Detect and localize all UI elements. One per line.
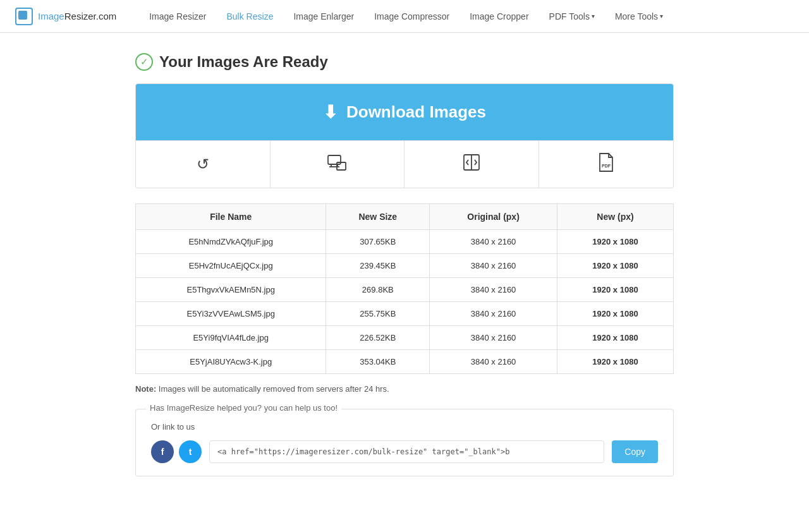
- twitter-button[interactable]: t: [179, 440, 202, 463]
- cell-new-size: 307.65KB: [326, 230, 430, 254]
- note-label: Note:: [135, 384, 156, 394]
- cell-filename: E5ThgvxVkAEMn5N.jpg: [136, 278, 326, 302]
- download-label: Download Images: [346, 102, 486, 122]
- nav-more-tools[interactable]: More Tools ▾: [607, 8, 671, 25]
- cell-original-px: 3840 x 2160: [430, 350, 557, 374]
- nav-pdf-tools[interactable]: PDF Tools ▾: [542, 8, 602, 25]
- cell-filename: E5Yi9fqVIA4fLde.jpg: [136, 326, 326, 350]
- action-tools-bar: ↺: [136, 140, 673, 188]
- pdf-icon: PDF: [597, 152, 615, 176]
- chevron-down-icon: ▾: [660, 13, 663, 20]
- download-icon: ⬇: [323, 102, 338, 123]
- cell-new-px: 1920 x 1080: [557, 326, 673, 350]
- cell-original-px: 3840 x 2160: [430, 230, 557, 254]
- link-input[interactable]: [209, 440, 604, 463]
- link-row: f t Copy: [151, 440, 658, 463]
- main-content: ✓ Your Images Are Ready ⬇ Download Image…: [120, 33, 689, 497]
- cell-new-size: 226.52KB: [326, 326, 430, 350]
- nav-links: Image Resizer Bulk Resize Image Enlarger…: [142, 8, 671, 25]
- cell-new-size: 255.75KB: [326, 302, 430, 326]
- cell-new-px: 1920 x 1080: [557, 254, 673, 278]
- cell-new-px: 1920 x 1080: [557, 230, 673, 254]
- col-filename: File Name: [136, 204, 326, 230]
- ready-heading: ✓ Your Images Are Ready: [135, 53, 674, 71]
- social-icons: f t: [151, 440, 202, 463]
- col-new-size: New Size: [326, 204, 430, 230]
- file-table: File Name New Size Original (px) New (px…: [135, 203, 674, 374]
- table-row: E5Yi9fqVIA4fLde.jpg 226.52KB 3840 x 2160…: [136, 326, 674, 350]
- bulk-resize-icon: [327, 154, 347, 175]
- feedback-box: Has ImageResize helped you? you can help…: [135, 409, 674, 476]
- cell-new-size: 353.04KB: [326, 350, 430, 374]
- feedback-legend: Has ImageResize helped you? you can help…: [146, 403, 341, 413]
- svg-rect-4: [337, 162, 346, 170]
- cell-filename: E5Hv2fnUcAEjQCx.jpg: [136, 254, 326, 278]
- chevron-down-icon: ▾: [592, 13, 595, 20]
- cell-new-px: 1920 x 1080: [557, 302, 673, 326]
- nav-image-resizer[interactable]: Image Resizer: [142, 8, 214, 25]
- note-text: Note: Images will be automatically remov…: [135, 384, 674, 394]
- nav-bulk-resize[interactable]: Bulk Resize: [219, 8, 281, 25]
- cell-filename: E5YjAI8UYAcw3-K.jpg: [136, 350, 326, 374]
- reset-tool[interactable]: ↺: [136, 141, 271, 188]
- logo-icon: [15, 8, 33, 25]
- cell-original-px: 3840 x 2160: [430, 326, 557, 350]
- col-original-px: Original (px): [430, 204, 557, 230]
- replace-tool[interactable]: [404, 141, 539, 188]
- download-images-button[interactable]: ⬇ Download Images: [136, 84, 673, 140]
- cell-original-px: 3840 x 2160: [430, 254, 557, 278]
- bulk-resize-tool[interactable]: [271, 141, 405, 188]
- action-box: ⬇ Download Images ↺: [135, 83, 674, 188]
- cell-new-size: 239.45KB: [326, 254, 430, 278]
- nav-image-compressor[interactable]: Image Compressor: [367, 8, 457, 25]
- or-link-label: Or link to us: [151, 422, 658, 432]
- pdf-tool[interactable]: PDF: [539, 141, 674, 188]
- page-title: Your Images Are Ready: [159, 53, 328, 71]
- cell-original-px: 3840 x 2160: [430, 302, 557, 326]
- table-row: E5Hv2fnUcAEjQCx.jpg 239.45KB 3840 x 2160…: [136, 254, 674, 278]
- replace-icon: [462, 153, 481, 176]
- nav-image-enlarger[interactable]: Image Enlarger: [286, 8, 362, 25]
- table-row: E5YjAI8UYAcw3-K.jpg 353.04KB 3840 x 2160…: [136, 350, 674, 374]
- table-row: E5hNmdZVkAQfjuF.jpg 307.65KB 3840 x 2160…: [136, 230, 674, 254]
- table-row: E5ThgvxVkAEMn5N.jpg 269.8KB 3840 x 2160 …: [136, 278, 674, 302]
- facebook-button[interactable]: f: [151, 440, 174, 463]
- cell-new-px: 1920 x 1080: [557, 350, 673, 374]
- note-content: Images will be automatically removed fro…: [159, 384, 389, 394]
- svg-text:PDF: PDF: [602, 164, 611, 168]
- cell-filename: E5Yi3zVVEAwLSM5.jpg: [136, 302, 326, 326]
- logo-text: ImageResizer.com: [38, 11, 116, 21]
- reset-icon: ↺: [197, 155, 209, 173]
- cell-new-px: 1920 x 1080: [557, 278, 673, 302]
- copy-button[interactable]: Copy: [612, 440, 658, 463]
- feedback-inner: Or link to us f t Copy: [151, 422, 658, 463]
- cell-original-px: 3840 x 2160: [430, 278, 557, 302]
- table-row: E5Yi3zVVEAwLSM5.jpg 255.75KB 3840 x 2160…: [136, 302, 674, 326]
- cell-filename: E5hNmdZVkAQfjuF.jpg: [136, 230, 326, 254]
- navbar: ImageResizer.com Image Resizer Bulk Resi…: [0, 0, 809, 33]
- check-circle-icon: ✓: [135, 53, 153, 71]
- nav-image-cropper[interactable]: Image Cropper: [462, 8, 536, 25]
- cell-new-size: 269.8KB: [326, 278, 430, 302]
- col-new-px: New (px): [557, 204, 673, 230]
- logo[interactable]: ImageResizer.com: [15, 8, 116, 25]
